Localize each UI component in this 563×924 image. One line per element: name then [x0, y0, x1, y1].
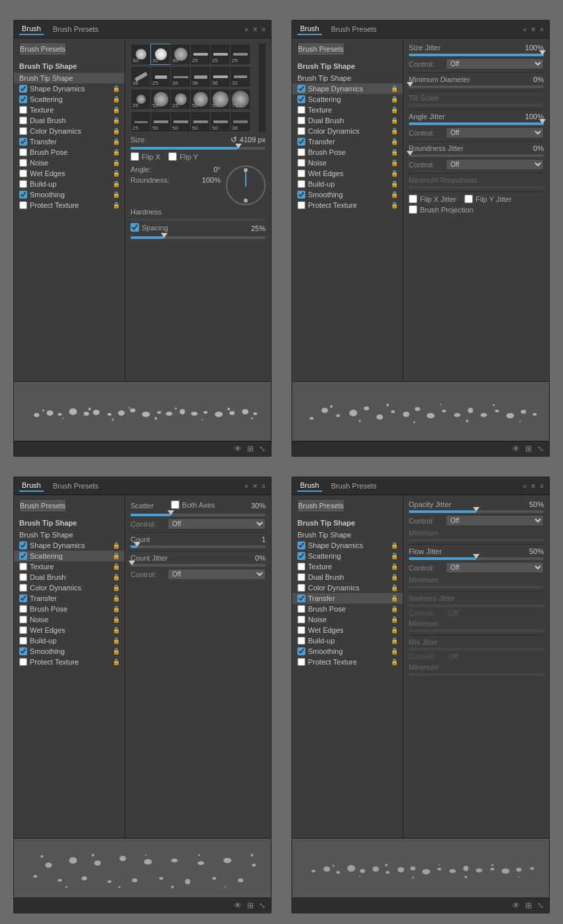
grid-icon-3[interactable]: ⊞ [247, 901, 254, 910]
hardness-slider[interactable] [130, 218, 266, 221]
collapse-icon-2[interactable]: « [523, 26, 527, 33]
close-icon-3[interactable]: ✕ [252, 483, 258, 490]
control-select-1[interactable]: Off [446, 58, 544, 69]
sidebar-item-scatter-3[interactable]: Scattering 🔒 [14, 551, 125, 561]
sidebar-item-brush-tip-3[interactable]: Brush Tip Shape [14, 530, 125, 540]
sidebar-item-scatter-2[interactable]: Scattering 🔒 [292, 94, 403, 105]
sidebar-item-buildup-1[interactable]: Build-up 🔒 [14, 179, 125, 189]
control-select-3[interactable]: Off [446, 159, 544, 170]
sidebar-item-dual-2[interactable]: Dual Brush 🔒 [292, 115, 403, 126]
opacity-min-slider[interactable] [409, 539, 544, 541]
tab-brush-presets-3[interactable]: Brush Presets [50, 481, 101, 491]
sidebar-item-buildup-3[interactable]: Build-up 🔒 [14, 635, 125, 646]
count-jitter-slider[interactable] [130, 564, 266, 567]
flow-jitter-slider[interactable] [409, 557, 544, 560]
sidebar-item-smooth-1[interactable]: Smoothing 🔒 [14, 189, 125, 200]
mix-jitter-slider[interactable] [409, 648, 544, 651]
menu-icon-4[interactable]: ≡ [540, 483, 544, 490]
sidebar-item-buildup-2[interactable]: Build-up 🔒 [292, 179, 403, 189]
brush-cell[interactable]: 50 [190, 111, 211, 132]
sidebar-item-color-1[interactable]: Color Dynamics 🔒 [14, 126, 125, 136]
sidebar-item-wet-2[interactable]: Wet Edges 🔒 [292, 168, 403, 179]
flip-y-jitter-check[interactable]: Flip Y Jitter [464, 195, 512, 203]
sidebar-item-transfer-4[interactable]: Transfer 🔒 [292, 593, 403, 604]
flip-x-jitter-check[interactable]: Flip X Jitter [409, 195, 456, 203]
sidebar-item-dual-1[interactable]: Dual Brush 🔒 [14, 115, 125, 126]
size-slider[interactable] [130, 147, 266, 150]
brush-cell[interactable]: 36 [190, 66, 211, 87]
brush-cell[interactable]: 25 [190, 44, 211, 65]
sidebar-item-scatter-1[interactable]: Scattering 🔒 [14, 94, 125, 105]
spacing-check[interactable]: Spacing [130, 223, 168, 232]
sidebar-item-shape-dyn-3[interactable]: Shape Dynamics 🔒 [14, 540, 125, 551]
brush-cell[interactable]: 36 [230, 111, 251, 132]
collapse-icon-1[interactable]: « [245, 26, 249, 33]
sidebar-item-shape-dyn-2[interactable]: Shape Dynamics 🔒 [292, 83, 403, 94]
sidebar-item-smooth-2[interactable]: Smoothing 🔒 [292, 189, 403, 200]
sidebar-item-protect-1[interactable]: Protect Texture 🔒 [14, 200, 125, 210]
brush-cell[interactable]: 32 [230, 66, 251, 87]
brush-cell[interactable]: 25 [150, 66, 172, 87]
both-axes-check[interactable]: Both Axes [171, 500, 215, 509]
flow-control-select[interactable]: Off [446, 562, 544, 573]
brush-cell[interactable]: 71 [230, 89, 251, 110]
tilt-scale-slider[interactable] [409, 104, 544, 107]
sidebar-item-smooth-3[interactable]: Smoothing 🔒 [14, 646, 125, 657]
sidebar-item-dual-4[interactable]: Dual Brush 🔒 [292, 572, 403, 582]
flow-min-slider[interactable] [409, 586, 544, 588]
sidebar-item-dual-3[interactable]: Dual Brush 🔒 [14, 572, 125, 582]
brush-projection-check[interactable]: Brush Projection [409, 205, 544, 214]
brush-presets-btn-2[interactable]: Brush Presets [297, 42, 344, 56]
angle-circle[interactable] [226, 165, 266, 205]
eye-icon-2[interactable]: 👁 [512, 444, 520, 453]
brush-cell[interactable]: 30 [130, 44, 152, 65]
min-roundness-slider[interactable] [409, 186, 544, 189]
eye-icon-4[interactable]: 👁 [512, 901, 520, 910]
sidebar-item-color-4[interactable]: Color Dynamics 🔒 [292, 582, 403, 593]
scatter-slider[interactable] [130, 514, 266, 516]
sidebar-item-texture-1[interactable]: Texture 🔒 [14, 105, 125, 115]
sidebar-item-buildup-4[interactable]: Build-up 🔒 [292, 635, 403, 646]
tab-brush-4[interactable]: Brush [297, 480, 322, 492]
brush-cell[interactable]: 50 [150, 89, 172, 110]
sidebar-item-transfer-2[interactable]: Transfer 🔒 [292, 136, 403, 147]
brush-cell[interactable]: 36 [170, 66, 191, 87]
brush-presets-btn-1[interactable]: Brush Presets [19, 42, 66, 56]
spacing-slider[interactable] [130, 236, 266, 239]
brush-cell[interactable]: 36 [130, 66, 152, 87]
menu-icon-3[interactable]: ≡ [262, 483, 266, 490]
sidebar-item-texture-4[interactable]: Texture 🔒 [292, 561, 403, 572]
sidebar-item-brush-tip-4[interactable]: Brush Tip Shape [292, 530, 403, 540]
opacity-jitter-slider[interactable] [409, 510, 544, 513]
brush-cell[interactable]: 25 [130, 89, 152, 110]
brush-cell[interactable]: 30 [170, 44, 191, 65]
brush-cell[interactable]: 50 [170, 111, 191, 132]
tab-brush-presets-4[interactable]: Brush Presets [329, 481, 380, 491]
tab-brush-presets-1[interactable]: Brush Presets [50, 24, 101, 34]
control-select-2[interactable]: Off [446, 127, 544, 138]
sidebar-item-noise-2[interactable]: Noise 🔒 [292, 158, 403, 168]
wetness-jitter-slider[interactable] [409, 604, 544, 607]
sidebar-item-brush-tip-1[interactable]: Brush Tip Shape [14, 73, 125, 83]
resize-icon-4[interactable]: ⤡ [537, 901, 544, 910]
mix-min-slider[interactable] [409, 673, 544, 676]
reset-icon[interactable]: ↺ [230, 135, 237, 144]
scrollbar-v[interactable] [259, 44, 266, 132]
grid-icon-1[interactable]: ⊞ [247, 444, 254, 453]
sidebar-item-pose-1[interactable]: Brush Pose 🔒 [14, 147, 125, 158]
sidebar-item-shape-dyn-4[interactable]: Shape Dynamics 🔒 [292, 540, 403, 551]
sidebar-item-protect-4[interactable]: Protect Texture 🔒 [292, 657, 403, 667]
sidebar-item-transfer-1[interactable]: Transfer 🔒 [14, 136, 125, 147]
brush-cell[interactable]: 25 [210, 44, 231, 65]
resize-icon-2[interactable]: ⤡ [537, 444, 544, 453]
brush-presets-btn-4[interactable]: Brush Presets [297, 499, 344, 512]
sidebar-item-transfer-3[interactable]: Transfer 🔒 [14, 593, 125, 604]
sidebar-item-shape-dyn-1[interactable]: Shape Dynamics 🔒 [14, 83, 125, 94]
flip-x-check[interactable]: Flip X [130, 152, 160, 161]
min-diameter-slider[interactable] [409, 85, 544, 88]
tab-brush-presets-2[interactable]: Brush Presets [329, 24, 380, 34]
sidebar-item-wet-1[interactable]: Wet Edges 🔒 [14, 168, 125, 179]
sidebar-item-wet-4[interactable]: Wet Edges 🔒 [292, 625, 403, 635]
collapse-icon-4[interactable]: « [523, 483, 527, 490]
tab-brush-3[interactable]: Brush [19, 480, 44, 492]
